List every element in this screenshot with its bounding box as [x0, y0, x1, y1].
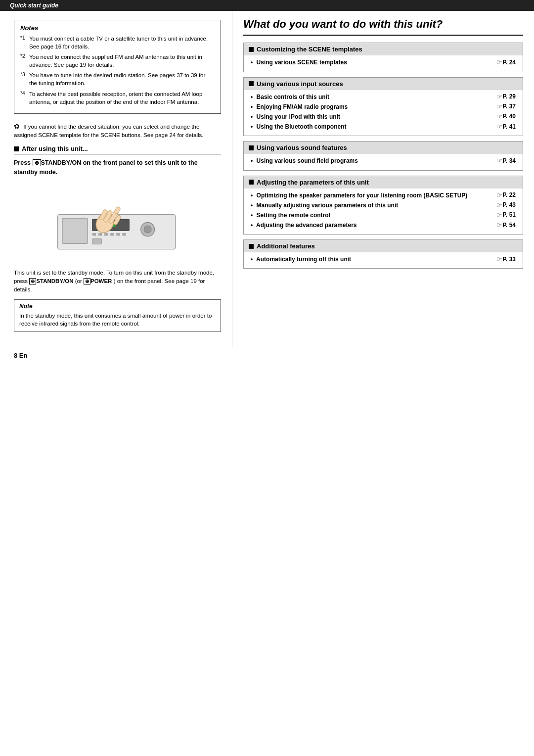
- params-item-2-label: • Manually adjusting various parameters …: [251, 201, 492, 209]
- params-item-3-pageref: ☞ P. 51: [496, 211, 516, 219]
- params-item-4-text: Adjusting the advanced parameters: [256, 222, 356, 229]
- params-item-2: • Manually adjusting various parameters …: [251, 200, 516, 210]
- ref-icon: ☞: [496, 157, 502, 164]
- left-column: Notes *1 You must connect a cable TV or …: [0, 11, 232, 347]
- sound-item-1-page: P. 34: [503, 157, 516, 164]
- section-scene-body: • Using various SCENE templates ☞ P. 24: [244, 55, 523, 71]
- small-note-body: In the standby mode, this unit consumes …: [19, 312, 216, 328]
- params-item-4-label: • Adjusting the advanced parameters: [251, 221, 496, 229]
- bullet-icon: •: [251, 256, 253, 263]
- input-item-4-label: • Using the Bluetooth component: [251, 123, 496, 131]
- section-square-icon: [14, 146, 19, 151]
- standby-instruction: Press ⊛STANDBY/ON on the front panel to …: [14, 158, 221, 177]
- section-sound-title: Using various sound features: [257, 144, 347, 151]
- tip-section: ✿ If you cannot find the desired situati…: [14, 122, 221, 140]
- section-scene-header: Customizing the SCENE templates: [244, 43, 523, 55]
- section-additional-body: • Automatically turning off this unit ☞ …: [244, 252, 523, 268]
- note-text-1: You must connect a cable TV or a satelli…: [29, 36, 208, 49]
- ref-icon: ☞: [496, 211, 502, 219]
- small-note-title: Note: [19, 303, 216, 310]
- additional-item-1: • Automatically turning off this unit ☞ …: [251, 254, 516, 264]
- bullet-icon: •: [251, 192, 253, 199]
- input-item-1-label: • Basic controls of this unit: [251, 93, 496, 101]
- scene-item-1-pageref: ☞ P. 24: [496, 58, 516, 66]
- note-item-4: *4 To achieve the best possible receptio…: [20, 90, 215, 106]
- body-text: This unit is set to the standby mode. To…: [14, 269, 221, 294]
- params-item-2-page: P. 43: [503, 201, 516, 208]
- note-text-2: You need to connect the supplied FM and …: [29, 54, 202, 68]
- input-item-2-label: • Enjoying FM/AM radio programs: [251, 103, 496, 111]
- section-scene-title: Customizing the SCENE templates: [257, 46, 362, 53]
- section-params: Adjusting the parameters of this unit • …: [243, 176, 523, 235]
- section-scene-icon: [249, 47, 254, 52]
- header-label: Quick start guide: [10, 2, 58, 9]
- additional-item-1-text: Automatically turning off this unit: [256, 256, 351, 263]
- small-note-box: Note In the standby mode, this unit cons…: [14, 299, 221, 332]
- notes-list: *1 You must connect a cable TV or a sate…: [20, 35, 215, 106]
- section-additional-icon: [249, 244, 254, 249]
- scene-item-1-page: P. 24: [503, 59, 516, 66]
- section-sound: Using various sound features • Using var…: [243, 141, 523, 170]
- note-item-1: *1 You must connect a cable TV or a sate…: [20, 35, 215, 50]
- input-item-2-page: P. 37: [503, 103, 516, 110]
- params-item-3-text: Setting the remote control: [257, 212, 330, 219]
- svg-rect-9: [110, 233, 114, 236]
- params-item-1: • Optimizing the speaker parameters for …: [251, 190, 516, 200]
- scene-item-1-text: Using various SCENE templates: [257, 59, 347, 66]
- input-item-3-page: P. 40: [503, 113, 516, 120]
- section-additional-title: Additional features: [257, 242, 315, 250]
- ref-icon: ☞: [496, 93, 502, 100]
- device-illustration: SCENE: [48, 186, 187, 260]
- bullet-icon: •: [251, 59, 253, 66]
- notes-title: Notes: [20, 24, 215, 32]
- note-marker-1: *1: [20, 35, 25, 42]
- input-item-4: • Using the Bluetooth component ☞ P. 41: [251, 122, 516, 132]
- scene-item-1-label: • Using various SCENE templates: [251, 58, 496, 66]
- note-marker-3: *3: [20, 71, 25, 78]
- note-item-3: *3 You have to tune into the desired rad…: [20, 71, 215, 87]
- bullet-icon: •: [251, 123, 253, 130]
- page-header: Quick start guide: [0, 0, 534, 11]
- sound-item-1-text: Using various sound field programs: [257, 157, 358, 164]
- params-item-4-page: P. 54: [503, 222, 516, 229]
- params-item-1-pageref: ☞ P. 22: [496, 191, 516, 199]
- section-additional: Additional features • Automatically turn…: [243, 239, 523, 269]
- right-column: What do you want to do with this unit? C…: [232, 11, 534, 347]
- svg-rect-6: [92, 233, 95, 236]
- input-item-1-text: Basic controls of this unit: [257, 94, 329, 100]
- note-item-2: *2 You need to connect the supplied FM a…: [20, 53, 215, 69]
- input-item-4-pageref: ☞ P. 41: [496, 123, 516, 130]
- bullet-icon: •: [251, 94, 253, 100]
- section-input-icon: [249, 81, 254, 86]
- ref-icon: ☞: [496, 191, 502, 199]
- params-item-2-pageref: ☞ P. 43: [496, 201, 516, 209]
- input-item-3: • Using your iPod with this unit ☞ P. 40: [251, 112, 516, 122]
- note-text-4: To achieve the best possible reception, …: [29, 91, 202, 105]
- svg-rect-11: [122, 233, 126, 236]
- device-image: SCENE: [14, 182, 221, 264]
- input-item-1-pageref: ☞ P. 29: [496, 93, 516, 100]
- params-item-1-label: • Optimizing the speaker parameters for …: [251, 191, 492, 199]
- section-input-header: Using various input sources: [244, 78, 523, 90]
- additional-item-1-page: P. 33: [503, 256, 516, 263]
- params-item-1-text: Optimizing the speaker parameters for yo…: [257, 192, 468, 199]
- svg-point-5: [144, 226, 151, 234]
- section-scene: Customizing the SCENE templates • Using …: [243, 43, 523, 72]
- section-input-title: Using various input sources: [257, 80, 343, 88]
- svg-rect-10: [116, 233, 120, 236]
- ref-icon: ☞: [496, 201, 502, 209]
- bullet-icon: •: [251, 157, 253, 164]
- input-item-2-pageref: ☞ P. 37: [496, 103, 516, 110]
- ref-icon: ☞: [496, 221, 502, 229]
- params-item-3-page: P. 51: [503, 211, 516, 218]
- ref-icon: ☞: [496, 58, 502, 66]
- page-number: 8 En: [14, 352, 27, 359]
- svg-rect-1: [62, 219, 88, 244]
- ref-icon: ☞: [496, 255, 502, 263]
- tip-icon: ✿: [14, 122, 20, 130]
- section-params-body: • Optimizing the speaker parameters for …: [244, 189, 523, 235]
- input-item-4-text: Using the Bluetooth component: [257, 123, 347, 130]
- input-item-3-text: Using your iPod with this unit: [257, 113, 340, 120]
- params-item-1-page: P. 22: [503, 191, 516, 198]
- section-params-title: Adjusting the parameters of this unit: [257, 179, 369, 186]
